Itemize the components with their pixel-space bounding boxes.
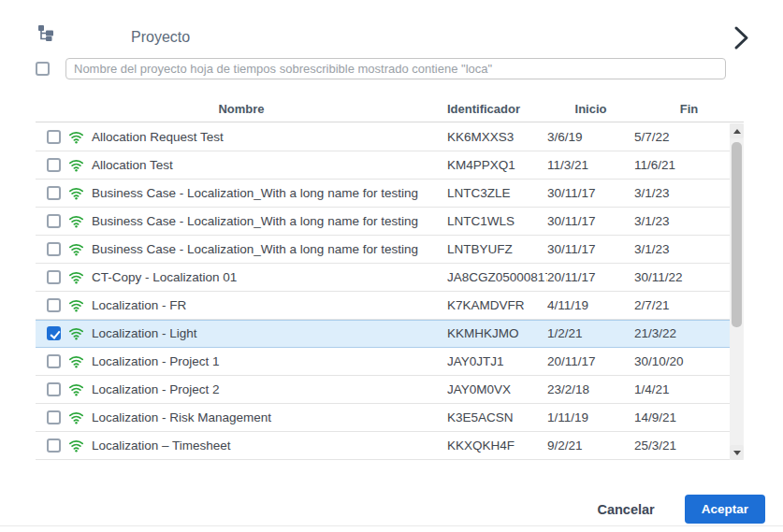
project-id: KKMHKJMO [447, 326, 547, 340]
row-checkbox[interactable] [47, 186, 61, 200]
project-name: Localization - Project 1 [92, 354, 220, 368]
project-name: Allocation Test [92, 158, 173, 172]
project-name-cell: Localization - Risk Management [36, 410, 447, 425]
table-row[interactable]: Business Case - Localization_With a long… [36, 180, 730, 208]
project-id: JAY0JTJ1 [447, 354, 547, 368]
table-row[interactable]: Business Case - Localization_With a long… [36, 236, 730, 264]
project-end-date: 21/3/22 [634, 326, 730, 340]
wifi-icon [68, 157, 84, 173]
wifi-icon [68, 297, 84, 313]
project-picker-dialog: Proyecto Nombre Identificador Inicio Fin… [0, 0, 783, 532]
project-id: LNTBYUFZ [447, 242, 547, 256]
project-start-date: 1/2/21 [547, 326, 634, 340]
project-start-date: 23/2/18 [547, 382, 634, 396]
dialog-bottom-divider [0, 525, 783, 526]
wifi-icon [68, 185, 84, 201]
row-checkbox[interactable] [47, 326, 61, 340]
project-name-cell: Business Case - Localization_With a long… [36, 185, 447, 201]
project-start-date: 3/6/19 [547, 130, 634, 144]
row-checkbox[interactable] [47, 158, 61, 172]
row-checkbox[interactable] [47, 439, 61, 453]
project-start-date: 20/11/17 [547, 270, 634, 284]
project-end-date: 14/9/21 [634, 410, 730, 424]
scrollbar-thumb[interactable] [732, 142, 742, 327]
project-name-cell: Localization – Timesheet [36, 438, 447, 453]
project-name-cell: Localization - Project 1 [36, 353, 447, 369]
project-end-date: 25/3/21 [634, 439, 730, 453]
row-checkbox[interactable] [47, 130, 61, 144]
project-name-cell: Allocation Test [36, 157, 447, 173]
row-checkbox[interactable] [47, 214, 61, 228]
wifi-icon [68, 410, 84, 425]
project-start-date: 30/11/17 [547, 214, 634, 228]
project-end-date: 3/1/23 [634, 186, 730, 200]
row-checkbox[interactable] [47, 298, 61, 312]
table-header: Nombre Identificador Inicio Fin [36, 96, 744, 122]
table-row[interactable]: Allocation Test KM4PPXQ1 11/3/21 11/6/21 [36, 151, 730, 180]
wifi-icon [68, 438, 84, 453]
table-row[interactable]: Localization - FR K7KAMDVFR 4/11/19 2/7/… [36, 292, 730, 320]
project-id: K7KAMDVFR [447, 298, 547, 312]
project-name: Localization - Project 2 [92, 382, 220, 396]
table-row[interactable]: CT-Copy - Localization 01 JA8CGZ05000817… [36, 264, 730, 292]
project-end-date: 11/6/21 [634, 158, 730, 172]
table-row[interactable]: Business Case - Localization_With a long… [36, 208, 730, 236]
project-id: KK6MXXS3 [447, 130, 547, 144]
table-row[interactable]: Allocation Request Test KK6MXXS3 3/6/19 … [36, 123, 730, 151]
table-row[interactable]: Localization - Light KKMHKJMO 1/2/21 21/… [36, 320, 730, 348]
project-start-date: 30/11/17 [547, 242, 634, 256]
project-start-date: 20/11/17 [547, 354, 634, 368]
table-row[interactable]: Localization – Timesheet KKXQKH4F 9/2/21… [36, 432, 730, 460]
triangle-down-icon [733, 451, 741, 455]
project-name: Localization – Timesheet [92, 439, 231, 453]
triangle-up-icon [733, 129, 741, 134]
project-filter-input[interactable] [65, 58, 726, 79]
chevron-right-icon[interactable] [731, 25, 751, 50]
project-end-date: 1/4/21 [634, 382, 730, 396]
project-name: Business Case - Localization_With a long… [92, 242, 418, 256]
wifi-icon [68, 353, 84, 369]
project-name-cell: Business Case - Localization_With a long… [36, 213, 447, 229]
page-title: Proyecto [131, 29, 190, 46]
scroll-up-button[interactable] [730, 123, 744, 138]
row-checkbox[interactable] [47, 354, 61, 368]
project-end-date: 2/7/21 [634, 298, 730, 312]
scroll-down-button[interactable] [730, 445, 744, 460]
project-id: KKXQKH4F [447, 439, 547, 453]
table-row[interactable]: Localization - Project 2 JAY0M0VX 23/2/1… [36, 376, 730, 404]
column-header-inicio: Inicio [547, 102, 634, 116]
project-name-cell: Business Case - Localization_With a long… [36, 241, 447, 257]
table-row[interactable]: Localization - Project 1 JAY0JTJ1 20/11/… [36, 348, 730, 376]
cancel-button[interactable]: Cancelar [597, 502, 654, 517]
project-start-date: 9/2/21 [547, 439, 634, 453]
project-id: LNTC3ZLE [447, 186, 547, 200]
project-name: Localization - Risk Management [92, 410, 271, 424]
row-checkbox[interactable] [47, 410, 61, 424]
wifi-icon [68, 129, 84, 145]
column-header-fin: Fin [634, 102, 744, 116]
column-header-nombre: Nombre [36, 102, 447, 116]
project-end-date: 5/7/22 [634, 130, 730, 144]
accept-button[interactable]: Aceptar [685, 495, 765, 524]
wifi-icon [68, 381, 84, 397]
project-start-date: 30/11/17 [547, 186, 634, 200]
project-name: Business Case - Localization_With a long… [92, 214, 418, 228]
project-end-date: 3/1/23 [634, 242, 730, 256]
project-id: JA8CGZ050008171… [447, 270, 547, 284]
project-end-date: 30/10/20 [634, 354, 730, 368]
project-name-cell: CT-Copy - Localization 01 [36, 269, 447, 285]
hierarchy-icon [37, 24, 55, 42]
select-all-checkbox[interactable] [36, 62, 50, 76]
wifi-icon [68, 325, 84, 341]
row-checkbox[interactable] [47, 382, 61, 396]
project-start-date: 11/3/21 [547, 158, 634, 172]
row-checkbox[interactable] [47, 270, 61, 284]
project-name-cell: Localization - Project 2 [36, 381, 447, 397]
project-end-date: 3/1/23 [634, 214, 730, 228]
project-id: LNTC1WLS [447, 214, 547, 228]
dialog-footer: Cancelar Aceptar [597, 495, 765, 524]
project-name: Allocation Request Test [92, 130, 224, 144]
scrollbar[interactable] [730, 123, 744, 460]
table-row[interactable]: Localization - Risk Management K3E5ACSN … [36, 404, 730, 432]
row-checkbox[interactable] [47, 242, 61, 256]
